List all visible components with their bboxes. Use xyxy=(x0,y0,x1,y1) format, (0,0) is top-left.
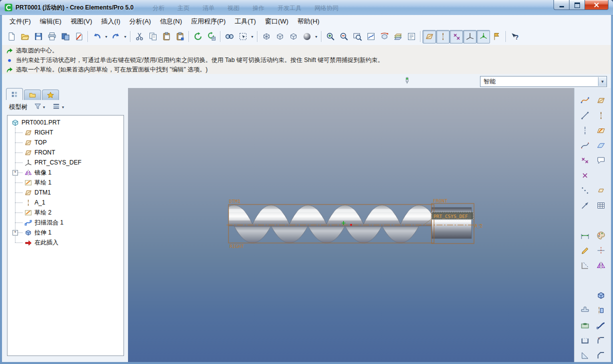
undo-dropdown-caret[interactable]: ▼ xyxy=(104,30,109,43)
select-box-dropdown-caret[interactable]: ▼ xyxy=(250,30,255,43)
datum-point-toggle-button[interactable] xyxy=(450,30,463,44)
chamfer-tool-button[interactable] xyxy=(594,349,608,362)
tree-item-dtm1[interactable]: DTM1 xyxy=(8,188,124,198)
csys-toggle-button[interactable] xyxy=(463,30,476,44)
surface-tool-button[interactable] xyxy=(594,139,608,152)
nav-tab-model-tree[interactable] xyxy=(6,88,23,100)
datum-axis-tool-button[interactable] xyxy=(594,109,608,122)
select-box-button[interactable] xyxy=(236,30,250,44)
datum-plane-toggle-button[interactable] xyxy=(422,30,436,44)
menu-insert[interactable]: 插入(I) xyxy=(96,15,124,28)
shell-tool-button[interactable] xyxy=(578,334,592,347)
zoom-out-button[interactable] xyxy=(337,30,350,44)
paste-special-button[interactable] xyxy=(173,30,186,44)
tree-show-button[interactable]: ▼ xyxy=(33,102,47,112)
tree-item-prt-csys-def[interactable]: PRT_CSYS_DEF xyxy=(8,158,124,168)
nav-tab-folder-browser[interactable] xyxy=(24,90,41,100)
paste-button[interactable] xyxy=(160,30,173,44)
tree-item-top[interactable]: TOP xyxy=(8,138,124,148)
curve-tool-button[interactable] xyxy=(578,94,592,107)
combobox-arrow-icon[interactable]: ▼ xyxy=(598,77,606,86)
rib-tool-button[interactable] xyxy=(578,349,592,362)
regen-manager-button[interactable] xyxy=(204,30,218,44)
sweep-tool-button[interactable] xyxy=(594,319,608,332)
hole-tool-button[interactable] xyxy=(578,319,592,332)
spline-tool-button[interactable] xyxy=(578,139,592,152)
menu-edit[interactable]: 编辑(E) xyxy=(36,15,66,28)
dimension-tool-button[interactable] xyxy=(578,229,592,242)
points-tool-button[interactable] xyxy=(578,154,592,167)
help-button[interactable]: ? xyxy=(508,30,522,44)
reorient-button[interactable] xyxy=(378,30,391,44)
annotation-toggle-button[interactable] xyxy=(490,30,504,44)
palette-tool-button[interactable] xyxy=(594,229,608,242)
tree-settings-button[interactable]: ▼ xyxy=(52,102,66,112)
plane-small-tool-button[interactable] xyxy=(594,184,608,197)
sketch-tool-button[interactable] xyxy=(594,124,608,137)
maximize-button[interactable] xyxy=(569,0,584,10)
use-edge-tool-button[interactable] xyxy=(578,259,592,272)
datum-axis-toggle-button[interactable] xyxy=(436,30,450,44)
minimize-button[interactable] xyxy=(554,0,569,10)
nav-tab-favorites[interactable] xyxy=(42,90,59,100)
expand-plus-icon[interactable]: + xyxy=(12,230,18,236)
menu-file[interactable]: 文件(F) xyxy=(5,15,36,28)
offset-point-tool-button[interactable] xyxy=(578,184,592,197)
tree-item-prt0001[interactable]: PRT0001.PRT xyxy=(8,118,124,128)
layers-button[interactable] xyxy=(391,30,404,44)
open-button[interactable] xyxy=(18,30,32,44)
menu-analysis[interactable]: 分析(A) xyxy=(125,15,156,28)
view-manager-button[interactable] xyxy=(404,30,418,44)
menu-window[interactable]: 窗口(W) xyxy=(260,15,293,28)
shaded-dropdown-caret[interactable]: ▼ xyxy=(314,30,319,43)
copy-button[interactable] xyxy=(146,30,160,44)
line-tool-button[interactable] xyxy=(578,109,592,122)
tree-item-swept-blend-1[interactable]: 扫描混合 1 xyxy=(8,218,124,228)
repaint-button[interactable] xyxy=(364,30,378,44)
point-tool-button[interactable] xyxy=(578,169,592,182)
tree-item-mirror-1[interactable]: +镜像 1 xyxy=(8,168,124,178)
regenerate-button[interactable] xyxy=(191,30,204,44)
tree-item-sketch-2[interactable]: 草绘 2 xyxy=(8,208,124,218)
wireframe-button[interactable] xyxy=(260,30,273,44)
save-button[interactable] xyxy=(32,30,45,44)
close-button[interactable] xyxy=(584,0,608,10)
menu-view[interactable]: 视图(V) xyxy=(66,15,96,28)
menu-applications[interactable]: 应用程序(P) xyxy=(186,15,230,28)
erase-button[interactable] xyxy=(72,30,86,44)
expand-plus-icon[interactable]: + xyxy=(12,170,18,176)
redo-button[interactable] xyxy=(109,30,122,44)
shaded-button[interactable] xyxy=(300,30,314,44)
find-button[interactable] xyxy=(222,30,236,44)
tree-item-a-1[interactable]: A_1 xyxy=(8,198,124,208)
centerline-tool-button[interactable] xyxy=(578,124,592,137)
extrude-tool-button[interactable] xyxy=(594,289,608,302)
pipe-tool-button[interactable] xyxy=(578,304,592,317)
menu-help[interactable]: 帮助(H) xyxy=(293,15,324,28)
undo-button[interactable] xyxy=(90,30,104,44)
round-tool-button[interactable] xyxy=(594,334,608,347)
refit-button[interactable] xyxy=(350,30,364,44)
table-tool-button[interactable] xyxy=(594,199,608,212)
trim-tool-button[interactable] xyxy=(594,244,608,257)
tree-item-insert-here[interactable]: 在此插入 xyxy=(8,238,124,248)
menu-tools[interactable]: 工具(T) xyxy=(230,15,260,28)
print-button[interactable] xyxy=(45,30,58,44)
revolve-tool-button[interactable] xyxy=(594,304,608,317)
save-copy-button[interactable] xyxy=(58,30,72,44)
annotation-tool-button[interactable] xyxy=(594,154,608,167)
menu-info[interactable]: 信息(N) xyxy=(156,15,186,28)
leader-tool-button[interactable] xyxy=(578,199,592,212)
new-button[interactable] xyxy=(4,30,18,44)
mirror-tool-button[interactable] xyxy=(594,259,608,272)
redo-dropdown-caret[interactable]: ▼ xyxy=(122,30,128,43)
tree-item-front[interactable]: FRONT xyxy=(8,148,124,158)
tree-item-sketch-1[interactable]: 草绘 1 xyxy=(8,178,124,188)
spin-center-button[interactable] xyxy=(476,30,490,44)
selection-filter-combobox[interactable]: 智能 ▼ xyxy=(480,76,607,87)
datum-plane-tool-button[interactable] xyxy=(594,94,608,107)
tree-item-right[interactable]: RIGHT xyxy=(8,128,124,138)
tree-item-extrude-1[interactable]: +拉伸 1 xyxy=(8,228,124,238)
modify-tool-button[interactable] xyxy=(578,244,592,257)
no-hidden-button[interactable] xyxy=(286,30,300,44)
